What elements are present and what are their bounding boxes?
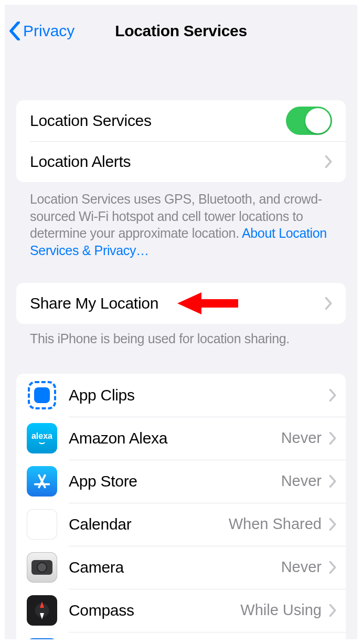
- group-share: Share My Location: [16, 283, 346, 324]
- app-row-appstore[interactable]: App StoreNever: [16, 460, 346, 503]
- app-value: Never: [281, 472, 322, 490]
- alexa-icon: alexa: [27, 423, 57, 453]
- app-label: Amazon Alexa: [69, 429, 281, 447]
- location-services-row[interactable]: Location Services: [16, 100, 346, 141]
- app-value: When Shared: [229, 515, 322, 533]
- location-services-toggle[interactable]: [286, 107, 332, 135]
- app-row-camera[interactable]: CameraNever: [16, 546, 346, 589]
- chevron-left-icon: [9, 22, 20, 40]
- app-label: Compass: [69, 601, 240, 619]
- chevron-right-icon: [325, 155, 332, 168]
- app-value: Never: [281, 558, 322, 576]
- app-row-facebook[interactable]: fFacebookWhen Shared: [16, 632, 346, 640]
- chevron-right-icon: [329, 518, 336, 531]
- app-row-appclips[interactable]: App Clips: [16, 374, 346, 417]
- share-footer-text: This iPhone is being used for location s…: [16, 324, 346, 347]
- chevron-right-icon: [329, 432, 336, 445]
- share-my-location-row[interactable]: Share My Location: [16, 283, 346, 324]
- chevron-right-icon: [329, 604, 336, 617]
- app-value: While Using: [240, 601, 322, 619]
- group-apps: App ClipsalexaAmazon AlexaNeverApp Store…: [16, 374, 346, 640]
- app-row-alexa[interactable]: alexaAmazon AlexaNever: [16, 417, 346, 460]
- location-alerts-row[interactable]: Location Alerts: [16, 141, 346, 182]
- appstore-icon: [27, 466, 57, 497]
- facebook-icon: f: [27, 638, 57, 640]
- chevron-right-icon: [325, 297, 332, 310]
- back-label: Privacy: [23, 22, 74, 40]
- app-label: Camera: [69, 558, 281, 576]
- location-footer-text: Location Services uses GPS, Bluetooth, a…: [16, 182, 346, 259]
- app-label: Calendar: [69, 515, 229, 533]
- group-location: Location Services Location Alerts: [16, 100, 346, 182]
- app-label: App Store: [69, 472, 281, 490]
- app-row-calendar[interactable]: CalendarWhen Shared: [16, 503, 346, 546]
- app-value: Never: [281, 429, 322, 447]
- chevron-right-icon: [329, 389, 336, 402]
- compass-icon: [27, 595, 57, 626]
- appclips-icon: [27, 380, 57, 410]
- chevron-right-icon: [329, 561, 336, 574]
- navbar: Privacy Location Services: [5, 5, 357, 57]
- chevron-right-icon: [329, 475, 336, 488]
- share-my-location-label: Share My Location: [30, 294, 325, 312]
- app-row-compass[interactable]: CompassWhile Using: [16, 589, 346, 632]
- calendar-icon: [27, 509, 57, 540]
- camera-icon: [27, 552, 57, 583]
- app-label: App Clips: [69, 386, 329, 404]
- location-services-label: Location Services: [30, 112, 286, 130]
- location-alerts-label: Location Alerts: [30, 153, 325, 171]
- back-button[interactable]: Privacy: [5, 22, 74, 40]
